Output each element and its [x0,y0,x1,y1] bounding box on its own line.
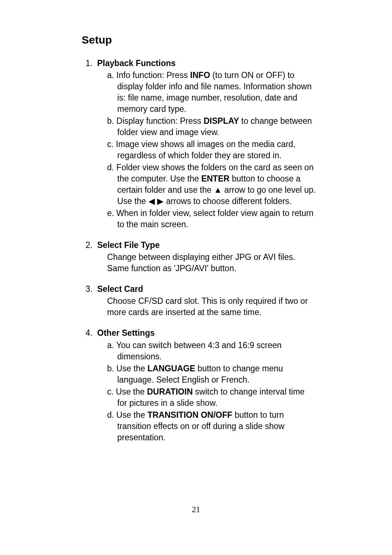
item-heading: Select File Type [97,240,160,250]
sub-label: a. [107,340,114,350]
sub-item: c. Use the DURATIOIN switch to change in… [107,386,316,409]
item-body: a. You can switch between 4:3 and 16:9 s… [107,340,316,443]
sub-text-bold: DISPLAY [204,116,239,126]
item-heading: Select Card [97,284,143,294]
sub-item: a. You can switch between 4:3 and 16:9 s… [107,340,316,362]
item-body-text: Change between displaying either JPG or … [107,252,316,274]
sub-label: a. [107,70,114,80]
item-heading-line: 4. Other Settings [82,327,316,339]
item-number: 3. [82,283,93,295]
item-heading-line: 1. Playback Functions [82,58,316,69]
sub-label: c. [107,139,114,149]
item-number: 4. [82,327,93,339]
list-item: 2. Select File Type Change between displ… [82,240,316,274]
sub-item: b. Use the LANGUAGE button to change men… [107,363,316,385]
item-heading-line: 3. Select Card [82,283,316,295]
sub-item: a. Info function: Press INFO (to turn ON… [107,70,316,115]
item-body: Change between displaying either JPG or … [107,252,316,274]
sub-item: b. Display function: Press DISPLAY to ch… [107,115,316,138]
sub-label: e. [107,208,114,218]
sub-item: d. Use the TRANSITION ON/OFF button to t… [107,409,316,443]
sub-text-bold: TRANSITION ON/OFF [147,410,232,420]
sub-item: d. Folder view shows the folders on the … [107,162,316,207]
sub-text-bold: DURATIOIN [147,387,193,396]
sub-text-bold: ENTER [201,174,229,183]
sub-text-pre: You can switch between 4:3 and 16:9 scre… [116,340,282,361]
list-item: 1. Playback Functions a. Info function: … [82,58,316,230]
item-number: 1. [82,58,93,69]
sub-item: c. Image view shows all images on the me… [107,139,316,161]
sub-label: d. [107,163,114,172]
sub-text-bold: INFO [190,70,210,80]
sub-label: d. [107,410,114,420]
sub-text-pre: Use the [117,364,148,373]
sub-text-pre: Image view shows all images on the media… [116,139,295,160]
sub-text-pre: Use the [117,410,148,420]
list-item: 4. Other Settings a. You can switch betw… [82,327,316,443]
item-body: a. Info function: Press INFO (to turn ON… [107,70,316,230]
document-page: Setup 1. Playback Functions a. Info func… [0,0,392,555]
list-item: 3. Select Card Choose CF/SD card slot. T… [82,283,316,318]
sub-text-pre: When in folder view, select folder view … [117,208,314,229]
sub-text-pre: Info function: Press [117,70,190,80]
sub-text-pre: Display function: Press [117,116,204,126]
item-body: Choose CF/SD card slot. This is only req… [107,295,316,318]
sub-text-pre: Use the [116,387,147,396]
item-body-text: Choose CF/SD card slot. This is only req… [107,295,316,318]
sub-label: b. [107,116,114,126]
sub-label: b. [107,364,114,373]
item-heading: Playback Functions [97,58,176,68]
item-heading: Other Settings [97,328,155,338]
page-number: 21 [0,504,392,515]
sub-label: c. [107,387,114,396]
item-heading-line: 2. Select File Type [82,240,316,251]
page-title: Setup [82,33,316,48]
item-number: 2. [82,240,93,251]
sub-text-bold: LANGUAGE [147,364,195,373]
sub-item: e. When in folder view, select folder vi… [107,208,316,230]
